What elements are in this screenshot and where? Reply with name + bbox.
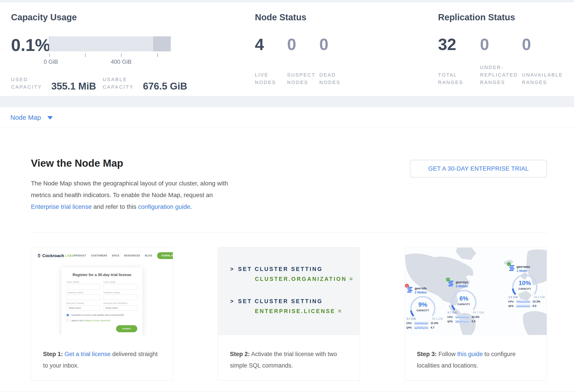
this-guide-link[interactable]: this guide bbox=[457, 351, 483, 357]
sql-prompt: > bbox=[230, 266, 235, 272]
suspect-nodes-stat: 0 SUSPECT NODES bbox=[287, 36, 319, 86]
checkbox-checked-icon: ✓ bbox=[67, 314, 69, 316]
capacity-max: 34.4 GiB bbox=[533, 296, 545, 299]
company-email-field-image bbox=[103, 295, 137, 300]
replication-status-title: Replication Status bbox=[438, 12, 574, 22]
download-button-image: DOWNLOAD bbox=[157, 252, 173, 259]
suspect-nodes-label: SUSPECT NODES bbox=[287, 71, 319, 86]
map-locality-nyc: ✓ geo=nyc 2 Nodes bbox=[447, 280, 488, 323]
error-badge-icon: 1 bbox=[405, 284, 409, 288]
view-selector-dropdown[interactable]: Node Map bbox=[0, 107, 574, 128]
database-icon bbox=[407, 287, 413, 293]
capacity-caption: CAPACITY bbox=[447, 303, 480, 306]
qps-value: 4.7 bbox=[430, 326, 434, 329]
database-icon bbox=[448, 280, 454, 287]
field-label: COMPANY NAME bbox=[67, 292, 101, 294]
usable-capacity-value: 676.5 GiB bbox=[143, 82, 187, 91]
locality-name: geo=ams bbox=[517, 265, 530, 269]
node-status-title: Node Status bbox=[255, 12, 438, 22]
cpu-label: CPU bbox=[508, 300, 516, 303]
capacity-caption: CAPACITY bbox=[406, 309, 439, 312]
step2-card: >SET CLUSTER SETTING CLUSTER.ORGANIZATIO… bbox=[218, 247, 360, 381]
ok-badge-icon: ✓ bbox=[507, 262, 511, 266]
cpu-value: 11.0% bbox=[430, 322, 438, 325]
email-updates-checkbox-label: I would like to receive email updates ab… bbox=[71, 314, 124, 316]
qps-sparkline-icon bbox=[455, 320, 469, 323]
qps-label: QPS bbox=[406, 326, 414, 329]
dead-nodes-value: 0 bbox=[319, 36, 351, 53]
capacity-usage-title: Capacity Usage bbox=[11, 12, 255, 22]
get-trial-license-link[interactable]: Get a trial license bbox=[65, 351, 111, 357]
used-capacity-metric: USED CAPACITY 355.1 MiB bbox=[11, 76, 96, 91]
chevron-down-icon bbox=[47, 116, 53, 119]
qps-value: 0.0 bbox=[533, 304, 536, 308]
configuration-guide-link[interactable]: configuration guide bbox=[138, 203, 190, 210]
node-map-preview-image: 1 geo=sfo 2 Nodes bbox=[405, 247, 547, 335]
node-status-panel: Node Status 4 LIVE NODES 0 SUSPECT NODES… bbox=[255, 12, 438, 96]
dead-nodes-stat: 0 DEAD NODES bbox=[319, 36, 351, 86]
database-icon bbox=[509, 265, 515, 271]
capacity-bar-used-segment bbox=[49, 36, 49, 51]
cockroach-bug-icon bbox=[37, 254, 41, 258]
description-text: . bbox=[190, 203, 192, 210]
capacity-percent: 10% bbox=[508, 280, 541, 287]
locality-node-count: 1 Node bbox=[517, 269, 530, 273]
description-text: and refer to this bbox=[92, 203, 138, 210]
under-replicated-ranges-stat: 0 UNDER- REPLICATED RANGES bbox=[480, 36, 522, 86]
capacity-gauge: 9% CAPACITY bbox=[406, 296, 439, 317]
live-nodes-value: 4 bbox=[255, 36, 287, 53]
first-name-field-image bbox=[67, 284, 101, 289]
used-capacity-label: USED CAPACITY bbox=[11, 76, 42, 91]
capacity-min: 3.2 GiB bbox=[406, 317, 416, 320]
usable-capacity-metric: USABLE CAPACITY 676.5 GiB bbox=[102, 76, 187, 91]
axis-tick bbox=[157, 54, 158, 57]
enterprise-trial-license-link[interactable]: Enterprise trial license bbox=[31, 203, 92, 210]
license-agreement-checkbox-label: I agree to the Software License Agreemen… bbox=[71, 319, 111, 322]
axis-tick bbox=[49, 54, 50, 57]
brand-suffix: LABS bbox=[65, 254, 74, 257]
nav-item: RESOURCES bbox=[124, 254, 140, 257]
capacity-min: 3.7 GiB bbox=[447, 311, 457, 314]
dead-nodes-label: DEAD NODES bbox=[319, 71, 351, 86]
caption-text bbox=[63, 351, 65, 357]
section-divider bbox=[31, 232, 547, 233]
nav-item: DOCS bbox=[112, 254, 119, 257]
field-label: COMPANY EMAIL bbox=[103, 292, 137, 294]
view-selector-label[interactable]: Node Map bbox=[10, 114, 41, 121]
step1-card: Cockroach LABS PRODUCT CUSTOMERS DOCS RE… bbox=[31, 247, 173, 381]
usable-capacity-label: USABLE CAPACITY bbox=[102, 76, 134, 91]
live-nodes-label: LIVE NODES bbox=[255, 71, 287, 86]
under-replicated-ranges-label: UNDER- REPLICATED RANGES bbox=[480, 64, 522, 86]
cockroach-labs-logo: Cockroach LABS bbox=[37, 253, 74, 258]
capacity-bar bbox=[49, 36, 171, 51]
cpu-sparkline-icon bbox=[516, 300, 530, 303]
last-name-field-image bbox=[103, 284, 137, 289]
reason-select-image: Please Select bbox=[103, 305, 137, 311]
step-number: Step 2: bbox=[230, 351, 250, 357]
map-locality-ams: ✓ geo=ams 1 Node bbox=[508, 265, 547, 308]
brand-name: Cockroach bbox=[42, 253, 64, 258]
sql-commands-illustration: >SET CLUSTER SETTING CLUSTER.ORGANIZATIO… bbox=[218, 247, 360, 335]
step-number: Step 3: bbox=[417, 351, 437, 357]
project-phase-select-image: Please Select bbox=[67, 305, 101, 311]
step3-card: 1 geo=sfo 2 Nodes bbox=[405, 247, 547, 381]
field-label: FIRST NAME bbox=[67, 281, 101, 283]
capacity-usage-panel: Capacity Usage 0.1% 0 GiB 400 GiB bbox=[11, 12, 255, 96]
cpu-value: 12.3% bbox=[533, 300, 540, 303]
node-map-enterprise-section: View the Node Map The Node Map shows the… bbox=[0, 128, 574, 392]
capacity-max: 65.7 GiB bbox=[473, 311, 484, 314]
total-ranges-value: 32 bbox=[438, 36, 480, 53]
ok-badge-icon: ✓ bbox=[446, 278, 450, 281]
map-locality-sfo: 1 geo=sfo 2 Nodes bbox=[406, 287, 446, 329]
checkbox-unchecked-icon bbox=[67, 319, 69, 322]
unavailable-ranges-stat: 0 UNAVAILABLE RANGES bbox=[522, 36, 564, 86]
total-ranges-stat: 32 TOTAL RANGES bbox=[438, 36, 480, 86]
description-text: The Node Map shows the geographical layo… bbox=[31, 180, 228, 198]
get-enterprise-trial-button[interactable]: GET A 30-DAY ENTERPRISE TRIAL bbox=[410, 160, 547, 177]
company-name-field-image bbox=[67, 295, 101, 300]
step1-caption: Step 1: Get a trial license delivered st… bbox=[31, 335, 173, 371]
cpu-sparkline-icon bbox=[414, 322, 428, 325]
qps-value: 0.0 bbox=[472, 320, 475, 323]
under-replicated-ranges-value: 0 bbox=[480, 36, 522, 53]
locality-node-count: 2 Nodes bbox=[456, 284, 468, 288]
